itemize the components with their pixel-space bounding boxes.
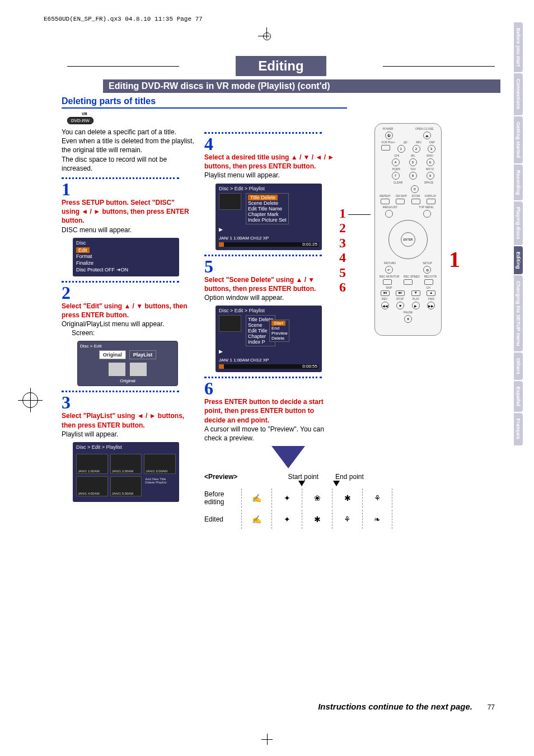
intro-2: Even when a title is deleted from the pl… — [62, 137, 194, 154]
step-3-bold: Select "PlayList" using ◄ / ► buttons, t… — [62, 411, 194, 429]
step-6-bold: Press ENTER button to decide a start poi… — [204, 397, 337, 425]
rule — [204, 255, 322, 256]
preview-label: <Preview> — [204, 473, 237, 481]
arrow-down-icon — [271, 446, 305, 468]
section-heading: Deleting parts of titles — [62, 96, 347, 109]
osd-sub-item: Preview — [271, 331, 287, 336]
disc-type-icon: DVD-RW — [67, 117, 93, 124]
page-number: 77 — [488, 703, 495, 711]
rule — [204, 132, 322, 134]
side-tab: Français — [514, 413, 523, 445]
step-6-text: A cursor will move to "Preview". You can… — [204, 425, 337, 443]
osd-disc-menu: Disc Edit Format Finalize Disc Protect O… — [73, 238, 179, 276]
osd-tab-playlist: PlayList — [129, 350, 157, 359]
step-4-bold: Select a desired title using ▲ / ▼ / ◄ /… — [204, 153, 337, 171]
before-label: Before editing — [204, 490, 238, 506]
cell-cap: JAN/1 4:00AM — [78, 492, 100, 495]
side-tab: Editing — [514, 246, 523, 275]
osd-tab-original: Original — [99, 350, 126, 359]
step-3-text: Playlist will appear. — [62, 430, 194, 439]
osd-sub-item: Start — [271, 321, 285, 326]
print-header: E6550UD(EN_SP_FR).qx3 04.8.10 11:35 Page… — [0, 0, 534, 22]
osd-breadcrumb: Disc > Edit > Playlist — [76, 444, 176, 450]
osd-foot: JAN/ 1 1:00AM CH12 XP — [219, 358, 318, 363]
osd-breadcrumb: Disc > Edit > Playlist — [219, 186, 318, 191]
page-content: Editing Editing DVD-RW discs in VR mode … — [62, 56, 500, 711]
osd-sub-item: Delete — [271, 336, 287, 341]
side-tab: Changing the SETUP menu — [514, 275, 523, 351]
osd-breadcrumb: Disc > Edit > Playlist — [219, 308, 318, 313]
remote-control-diagram: POWEROPEN CLOSE ⏻⏏ VCR Plus+.@/:ABCDEF 1… — [374, 123, 442, 336]
osd-edit-footer: Original — [80, 378, 175, 383]
cell-cap: JAN/1 1:00AM — [78, 469, 100, 473]
side-tab: Before you start — [514, 22, 523, 72]
osd-edit-menu: Disc > Edit Original PlayList Original — [77, 341, 178, 386]
osd-disc-title: Disc — [76, 240, 176, 246]
osd-foot: JAN/ 1 1:00AM CH12 XP — [219, 236, 318, 241]
step-5-text: Option window will appear. — [204, 293, 337, 302]
step-5-num: 5 — [204, 257, 337, 275]
step-4-text: Playlist menu will appear. — [204, 171, 337, 180]
osd-time: 0:01:25 — [302, 242, 317, 247]
step-3-num: 3 — [62, 393, 194, 411]
vr-label: VR — [82, 112, 500, 116]
side-tab: Recording — [514, 165, 523, 201]
play-icon: ▶ — [219, 349, 318, 354]
cell-cap: JAN/1 3:00AM — [146, 469, 167, 473]
osd-time: 0:00:55 — [302, 364, 317, 369]
crop-mark-top — [261, 31, 273, 42]
step-2-bold: Select "Edit" using ▲ / ▼ buttons, then … — [62, 302, 194, 320]
rule — [62, 391, 179, 392]
edited-label: Edited — [204, 515, 238, 523]
osd-disc-item: Disc Protect OFF ➜ON — [76, 266, 176, 273]
step-callouts: 1 2 3 4 5 6 — [339, 206, 371, 294]
rule — [62, 281, 179, 283]
side-tab: Connections — [514, 73, 523, 115]
intro-3: The disc space to record will not be inc… — [62, 155, 194, 173]
osd-title-menu: Disc > Edit > Playlist Title Delete Scen… — [216, 184, 322, 250]
big-red-1: 1 — [449, 246, 460, 273]
step-1-bold: Press SETUP button. Select "DISC" using … — [62, 198, 194, 226]
subtitle-bar: Editing DVD-RW discs in VR mode (Playlis… — [103, 79, 500, 93]
cell-addnew: Add New Title Delete Playlist — [144, 476, 176, 496]
side-tabs: Before you startConnectionsGetting start… — [514, 22, 523, 447]
osd-item: Scene Delete — [248, 200, 287, 206]
title-banner: Editing — [62, 56, 500, 76]
step-2-text: Original/PlayList menu will appear. — [62, 320, 194, 328]
cell-cap: JAN/1 5:00AM — [112, 492, 134, 495]
osd-playlist-grid: Disc > Edit > Playlist JAN/1 1:00AM JAN/… — [73, 442, 179, 502]
osd-disc-item: Finalize — [76, 260, 176, 266]
step-6-num: 6 — [204, 379, 337, 397]
osd-scene-menu: Disc > Edit > Playlist Title Delete Scen… — [216, 306, 322, 372]
page-title: Editing — [236, 56, 326, 76]
left-column: You can delete a specific part of a titl… — [62, 128, 194, 531]
osd-sub-item: End — [271, 326, 287, 331]
step-2-text2: Screen: — [72, 328, 194, 337]
rule — [204, 377, 322, 378]
osd-disc-item: Format — [76, 253, 176, 260]
step-2-num: 2 — [62, 284, 194, 302]
osd-item: Title Delete — [248, 195, 278, 200]
enter-button: ENTER — [401, 232, 415, 247]
intro-1: You can delete a specific part of a titl… — [62, 128, 194, 137]
middle-column: 4 Select a desired title using ▲ / ▼ / ◄… — [204, 128, 337, 531]
osd-item: Chapter Mark — [248, 212, 287, 217]
osd-item: Index Picture Set — [248, 217, 287, 223]
footer-note: Instructions continue to the next page. — [318, 702, 472, 711]
rule — [62, 177, 179, 179]
osd-item: Edit Title Name — [248, 206, 287, 212]
crop-mark-left — [22, 392, 39, 409]
cell-cap: JAN/1 2:00AM — [112, 469, 134, 473]
step-4-num: 4 — [204, 135, 337, 153]
side-tab: Getting started — [514, 116, 523, 163]
start-point-label: Start point — [288, 473, 318, 481]
step-1-num: 1 — [62, 180, 194, 198]
osd-disc-item: Edit — [76, 247, 90, 253]
side-tab: Playing discs — [514, 201, 523, 245]
step-1-text: DISC menu will appear. — [62, 226, 194, 234]
osd-breadcrumb: Disc > Edit — [80, 344, 175, 349]
play-icon: ▶ — [219, 227, 318, 232]
side-tab: Español — [514, 381, 523, 412]
side-tab: Others — [514, 353, 523, 380]
step-5-bold: Select "Scene Delete" using ▲ / ▼ button… — [204, 275, 337, 293]
